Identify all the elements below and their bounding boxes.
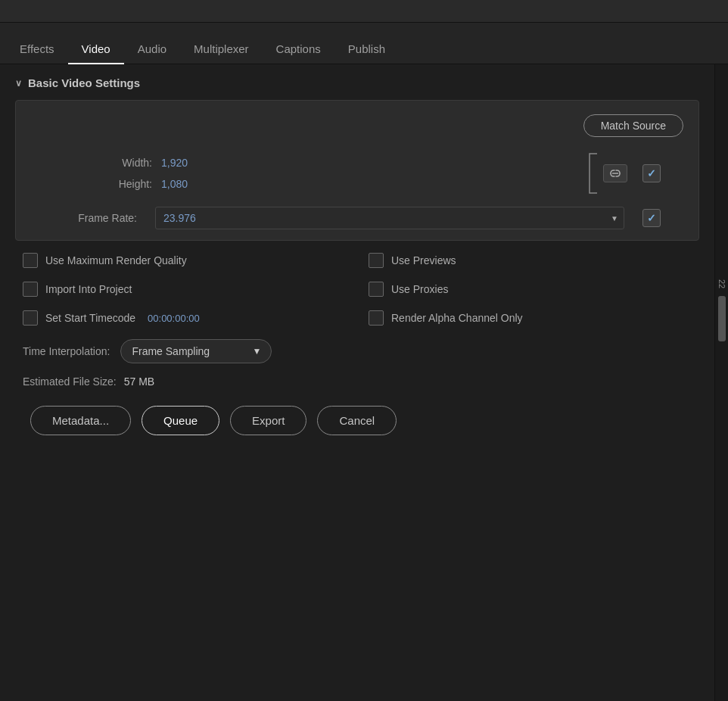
max-render-label: Use Maximum Render Quality: [45, 254, 187, 266]
interpolation-select[interactable]: Frame Sampling Frame Blending Optical Fl…: [120, 339, 272, 363]
options-section: Use Maximum Render Quality Use Previews …: [15, 241, 699, 447]
use-proxies-label: Use Proxies: [391, 283, 448, 295]
option-use-previews: Use Previews: [369, 253, 692, 268]
link-icon: [609, 169, 621, 178]
export-button[interactable]: Export: [230, 406, 306, 435]
height-label: Height:: [84, 178, 152, 190]
file-size-value: 57 MB: [124, 375, 154, 388]
frame-rate-select-wrapper: 23.976 24 25 29.97 30 ▼: [155, 207, 624, 229]
dimension-fields: Width: 1,920 Height: 1,080: [54, 157, 580, 190]
match-source-row: Match Source: [31, 114, 683, 137]
width-label: Width:: [84, 157, 152, 169]
option-use-proxies: Use Proxies: [369, 282, 692, 297]
import-project-label: Import Into Project: [45, 283, 132, 295]
link-icon-button[interactable]: [603, 164, 627, 182]
match-source-button[interactable]: Match Source: [583, 114, 683, 137]
queue-button[interactable]: Queue: [142, 406, 219, 435]
option-import-project: Import Into Project: [23, 282, 346, 297]
bottom-buttons: Metadata... Queue Export Cancel: [23, 406, 692, 435]
tab-captions[interactable]: Captions: [263, 35, 334, 64]
bracket-svg: [585, 151, 600, 196]
frame-rate-checkbox[interactable]: [642, 209, 661, 227]
dimensions-section: Width: 1,920 Height: 1,080: [31, 151, 683, 196]
max-render-checkbox[interactable]: [23, 253, 38, 268]
use-previews-label: Use Previews: [391, 254, 456, 266]
options-grid: Use Maximum Render Quality Use Previews …: [23, 253, 692, 326]
start-timecode-checkbox[interactable]: [23, 310, 38, 326]
left-panel: ∨ Basic Video Settings Match Source Widt…: [0, 64, 714, 701]
frame-rate-select[interactable]: 23.976 24 25 29.97 30: [155, 207, 624, 229]
render-alpha-checkbox[interactable]: [369, 310, 384, 326]
height-value[interactable]: 1,080: [161, 178, 207, 190]
start-timecode-label: Set Start Timecode: [45, 312, 135, 324]
scrollbar-thumb[interactable]: [718, 296, 726, 341]
option-render-alpha: Render Alpha Channel Only: [369, 310, 692, 326]
settings-card: Match Source Width: 1,920 Height: 1,080: [15, 100, 699, 241]
tab-effects[interactable]: Effects: [6, 35, 68, 64]
tab-video[interactable]: Video: [68, 35, 124, 64]
use-proxies-checkbox[interactable]: [369, 282, 384, 297]
use-previews-checkbox[interactable]: [369, 253, 384, 268]
tab-bar: Effects Video Audio Multiplexer Captions…: [0, 23, 728, 64]
tab-multiplexer[interactable]: Multiplexer: [180, 35, 263, 64]
side-number: 22: [717, 279, 726, 288]
section-title: Basic Video Settings: [28, 76, 140, 89]
preview-bar: [0, 0, 728, 23]
interpolation-label: Time Interpolation:: [23, 345, 110, 357]
bracket-container: [585, 151, 627, 196]
right-scrollbar: 22: [714, 64, 728, 701]
interpolation-select-wrapper: Frame Sampling Frame Blending Optical Fl…: [120, 339, 272, 363]
collapse-icon[interactable]: ∨: [15, 78, 22, 89]
file-size-row: Estimated File Size: 57 MB: [23, 375, 692, 388]
height-row: Height: 1,080: [84, 178, 580, 190]
option-max-render: Use Maximum Render Quality: [23, 253, 346, 268]
width-value[interactable]: 1,920: [161, 157, 207, 169]
metadata-button[interactable]: Metadata...: [30, 406, 131, 435]
frame-rate-label: Frame Rate:: [54, 212, 137, 224]
section-header: ∨ Basic Video Settings: [15, 76, 699, 89]
frame-rate-row: Frame Rate: 23.976 24 25 29.97 30 ▼: [31, 207, 683, 229]
import-project-checkbox[interactable]: [23, 282, 38, 297]
tab-audio[interactable]: Audio: [124, 35, 180, 64]
main-content: ∨ Basic Video Settings Match Source Widt…: [0, 64, 728, 701]
option-start-timecode: Set Start Timecode 00:00:00:00: [23, 310, 346, 326]
width-row: Width: 1,920: [84, 157, 580, 169]
dimension-checkbox[interactable]: [642, 164, 661, 182]
file-size-label: Estimated File Size:: [23, 375, 117, 388]
cancel-button[interactable]: Cancel: [317, 406, 397, 435]
render-alpha-label: Render Alpha Channel Only: [391, 312, 523, 324]
tab-publish[interactable]: Publish: [334, 35, 399, 64]
interpolation-row: Time Interpolation: Frame Sampling Frame…: [23, 339, 692, 363]
timecode-value[interactable]: 00:00:00:00: [148, 313, 200, 324]
